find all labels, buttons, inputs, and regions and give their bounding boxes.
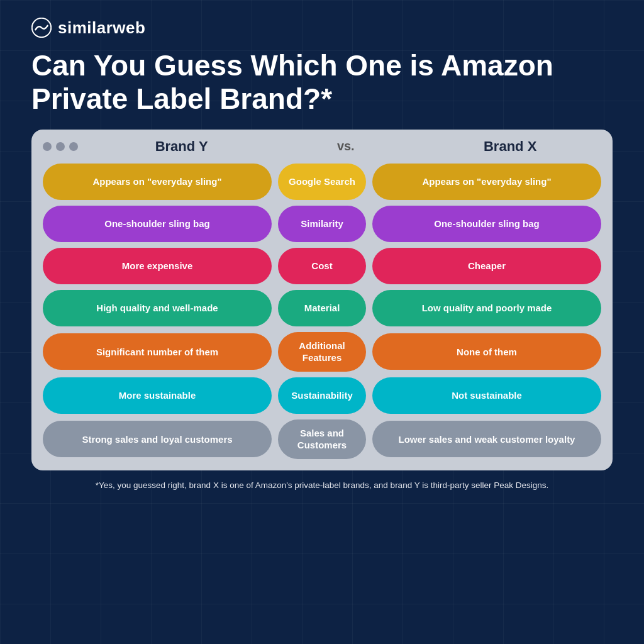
pill-right-sustainability: Not sustainable: [372, 377, 601, 414]
pill-center-sales-customers: Sales and Customers: [278, 419, 366, 459]
pill-left-cost: More expensive: [43, 248, 272, 284]
row-material: High quality and well-made Material Low …: [43, 290, 601, 326]
row-similarity: One-shoulder sling bag Similarity One-sh…: [43, 206, 601, 242]
window-dots: [43, 142, 78, 151]
page-wrapper: similarweb Can You Guess Which One is Am…: [0, 0, 644, 644]
pill-right-cost: Cheaper: [372, 248, 601, 284]
row-additional-features: Significant number of them Additional Fe…: [43, 332, 601, 372]
pill-center-similarity: Similarity: [278, 206, 366, 242]
card-header: Brand Y vs. Brand X: [43, 138, 601, 155]
brand-x-label: Brand X: [484, 138, 536, 155]
row-google-search: Appears on "everyday sling" Google Searc…: [43, 164, 601, 200]
pill-center-sustainability: Sustainability: [278, 377, 366, 414]
main-title: Can You Guess Which One is Amazon Privat…: [31, 49, 613, 116]
logo-area: similarweb: [31, 18, 613, 38]
pill-right-additional-features: None of them: [372, 333, 601, 370]
row-sustainability: More sustainable Sustainability Not sust…: [43, 377, 601, 414]
pill-left-google-search: Appears on "everyday sling": [43, 164, 272, 200]
pill-left-sales-customers: Strong sales and loyal customers: [43, 421, 272, 457]
pill-left-additional-features: Significant number of them: [43, 333, 272, 370]
pill-right-sales-customers: Lower sales and weak customer loyalty: [372, 421, 601, 457]
pill-center-cost: Cost: [278, 248, 366, 284]
dot-3: [69, 142, 78, 151]
logo-text: similarweb: [58, 18, 145, 38]
pill-left-material: High quality and well-made: [43, 290, 272, 326]
comparison-card: Brand Y vs. Brand X Appears on "everyday…: [31, 130, 613, 470]
dot-1: [43, 142, 52, 151]
pill-left-similarity: One-shoulder sling bag: [43, 206, 272, 242]
similarweb-logo-icon: [31, 18, 52, 38]
comparison-grid: Appears on "everyday sling" Google Searc…: [43, 164, 601, 459]
dot-2: [56, 142, 65, 151]
brand-header: Brand Y vs. Brand X: [91, 138, 601, 155]
pill-center-google-search: Google Search: [278, 164, 366, 200]
pill-right-material: Low quality and poorly made: [372, 290, 601, 326]
pill-center-additional-features: Additional Features: [278, 332, 366, 372]
footnote: *Yes, you guessed right, brand X is one …: [31, 479, 613, 492]
vs-label: vs.: [337, 139, 355, 153]
pill-left-sustainability: More sustainable: [43, 377, 272, 414]
pill-right-similarity: One-shoulder sling bag: [372, 206, 601, 242]
row-cost: More expensive Cost Cheaper: [43, 248, 601, 284]
row-sales-customers: Strong sales and loyal customers Sales a…: [43, 419, 601, 459]
pill-center-material: Material: [278, 290, 366, 326]
brand-y-label: Brand Y: [155, 138, 208, 155]
pill-right-google-search: Appears on "everyday sling": [372, 164, 601, 200]
